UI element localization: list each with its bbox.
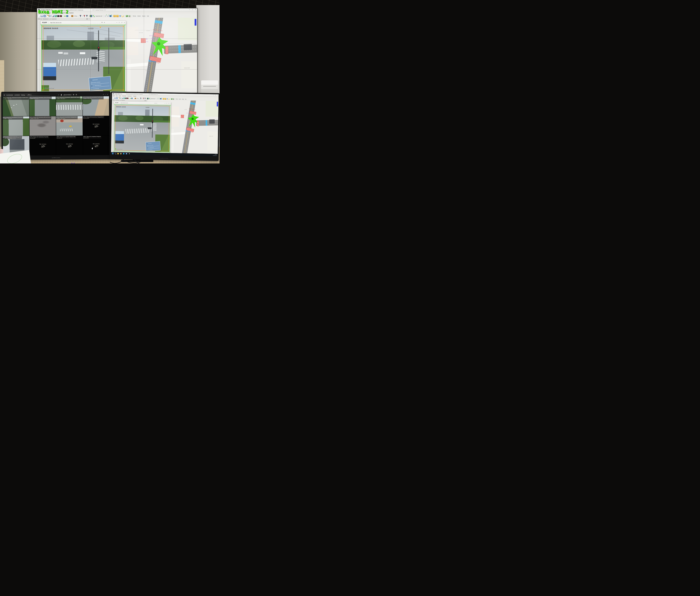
filter-apply-icon[interactable]	[86, 15, 88, 17]
tab-close-icon[interactable]: ×	[89, 18, 90, 20]
tab-close-icon[interactable]: ×	[146, 100, 147, 101]
sync-icon[interactable]	[171, 98, 172, 100]
export-alert-icon[interactable]	[165, 98, 166, 100]
move-icon[interactable]: ⊕	[73, 94, 74, 96]
new-doc-icon[interactable]	[112, 97, 114, 99]
health-dt-button[interactable]: Здоровье ДТ	[151, 98, 155, 99]
intersection-controller-icon[interactable]	[192, 118, 194, 120]
camera-cell-007[interactable]: ИТС1 Пенза 007 Калинина-Свердлова 1[ 128…	[56, 116, 82, 136]
calibration-handle[interactable]	[123, 89, 124, 90]
poi-olimp[interactable]: Олимп	[150, 40, 154, 42]
calibration-handle[interactable]	[43, 26, 43, 27]
filter-apply-icon[interactable]	[144, 98, 146, 99]
tab-intersection[interactable]: 5836: ул. Терновского - ул. Сухумская	[112, 100, 125, 101]
add-zone-icon[interactable]	[157, 98, 158, 99]
edit-icon[interactable]	[118, 97, 120, 99]
add-camera-icon[interactable]	[160, 98, 161, 99]
filter-caret-icon[interactable]: ▾	[82, 15, 83, 17]
pcapp-maximize[interactable]: □	[166, 103, 167, 104]
camera-cell-012[interactable]: ИТС1 Пенза 012 Кирова-К.Маркса[ 0 x 0 ] …	[83, 136, 109, 155]
taskbar-clock[interactable]: 13:56 21.08.2024	[213, 154, 217, 156]
sync-icon[interactable]	[126, 15, 128, 17]
health-dt-button[interactable]: Здоровье ДТ	[95, 16, 103, 17]
pcapp-titlebar[interactable]: PCAPP http://192.168.16.241 ⟳ ≡ ─ □ ↗ ×	[41, 21, 126, 25]
pcapp-url[interactable]: http://192.168.16.241	[50, 22, 61, 23]
camera-orange-icon[interactable]	[135, 98, 136, 99]
cctv-restore[interactable]: ↗	[103, 94, 104, 95]
upload-icon[interactable]	[167, 98, 168, 100]
tab-intersection[interactable]: 5836: ул. Терновского - ул. Сухумская	[38, 18, 56, 20]
pcapp-menu-icon[interactable]: ≡	[104, 22, 105, 23]
add-camera-icon[interactable]	[109, 15, 111, 17]
maximize-button[interactable]: □	[215, 95, 216, 96]
close-button[interactable]: ×	[195, 9, 197, 10]
nav-arrow-icon[interactable]	[130, 98, 131, 99]
camera-cell-004[interactable]: ИТС1 Пенза 004 Калинина-ТЦ Рассвет[ 1280…	[82, 96, 109, 116]
overview-button[interactable]: Обзор	[136, 98, 139, 99]
pan-toggle[interactable]	[50, 15, 51, 17]
region-suv-button[interactable]: Сув	[146, 15, 149, 17]
binoculars-red-icon[interactable]	[60, 15, 62, 17]
poi-crown-icon[interactable]: ♛	[189, 110, 189, 111]
poi-dva-kapitana[interactable]: Два капитана	[186, 113, 191, 114]
camera-cell-001[interactable]: ИТС1 Пенза 001 Окружная Калинина-Кривозе…	[3, 97, 29, 116]
maximize-button[interactable]: □	[192, 9, 194, 10]
zone-select-toggle[interactable]	[49, 15, 50, 17]
save-icon[interactable]	[44, 15, 46, 17]
upload-icon[interactable]	[119, 15, 121, 17]
pcapp-minimize[interactable]: ─	[165, 103, 165, 104]
pcapp-menu-icon[interactable]: ≡	[156, 103, 157, 104]
export-folder-icon[interactable]	[114, 15, 116, 17]
tab-restore-icon[interactable]: ▣	[145, 100, 146, 101]
camera-cell-008[interactable]: ИТС1 Пенза 008 Калинина-Свердлова 2[ 0 x…	[83, 116, 109, 136]
intersection-controller-icon[interactable]	[157, 42, 160, 45]
pan-toggle[interactable]	[121, 98, 121, 99]
camera-blue-icon[interactable]	[131, 98, 133, 99]
route-icon[interactable]	[149, 98, 150, 99]
pcapp-minimize[interactable]: ─	[116, 22, 117, 23]
filter-caret-icon[interactable]: ▾	[142, 98, 142, 99]
close-button[interactable]: ×	[217, 95, 218, 96]
menu-icon[interactable]: ☰	[4, 94, 5, 96]
sync-alert-icon[interactable]	[173, 98, 174, 100]
overview-button[interactable]: Обзор	[74, 16, 78, 17]
new-doc-icon[interactable]	[38, 15, 40, 17]
region-kirov-button[interactable]: Киров	[181, 98, 184, 100]
map-scroll-indicator[interactable]	[195, 19, 197, 26]
pcapp-url[interactable]: http://192.168.16.241	[121, 102, 128, 103]
zone-select-toggle[interactable]	[120, 97, 120, 99]
camera-cell-010[interactable]: ИТС1 Пенза 010 Калинина-Чкалова[ 0 x 0 ]…	[29, 136, 56, 155]
draw-pen-icon[interactable]	[122, 97, 123, 99]
region-penza-button[interactable]: Пенза	[175, 98, 178, 100]
confirm-icon[interactable]: ✓	[58, 94, 59, 96]
open-folder-icon[interactable]	[41, 15, 43, 17]
map-scroll-indicator[interactable]	[217, 102, 218, 106]
detectors-icon[interactable]	[147, 98, 149, 99]
poi-dva-kapitana[interactable]: Два капитана	[149, 35, 155, 36]
zoom-cancel-icon[interactable]: ⊘	[76, 94, 77, 96]
pcapp-expand[interactable]: ↗	[168, 103, 169, 104]
camera-blue-icon[interactable]	[66, 15, 68, 17]
detectors-icon[interactable]	[90, 15, 92, 17]
calibration-handle[interactable]	[100, 27, 101, 28]
pcapp-refresh-icon[interactable]: ⟳	[155, 103, 155, 104]
add-oval-icon[interactable]	[158, 98, 160, 99]
pcapp-close[interactable]: ×	[170, 103, 170, 104]
open-folder-icon[interactable]	[114, 97, 116, 99]
calibration-handle[interactable]	[123, 26, 124, 27]
intersection-camera-feed[interactable]: ↑АЭРОПОРТ ДЕЖУРНАЯ АПТЕКА ←ул. ИВАНОВСКА…	[114, 104, 170, 152]
camera-cell-011[interactable]: ИТС1 Пенза 011 Кирова-Лермонтова[ 0 x 0 …	[56, 136, 82, 155]
cctv-minimize[interactable]: ─	[105, 94, 106, 95]
add-oval-icon[interactable]	[107, 15, 109, 17]
cctv-close[interactable]: ×	[107, 94, 108, 95]
sync-alert-icon[interactable]	[128, 15, 130, 17]
save-icon[interactable]	[116, 97, 118, 99]
tab-restore-icon[interactable]: ▣	[86, 18, 88, 20]
undo-icon[interactable]	[122, 15, 124, 17]
route-icon[interactable]	[93, 15, 95, 17]
export-alert-icon[interactable]	[116, 15, 119, 17]
add-zone-icon[interactable]	[104, 15, 106, 17]
filter-off-icon[interactable]	[83, 15, 85, 17]
map-layers-icon[interactable]	[124, 97, 125, 99]
binoculars-red-icon[interactable]	[127, 98, 128, 99]
